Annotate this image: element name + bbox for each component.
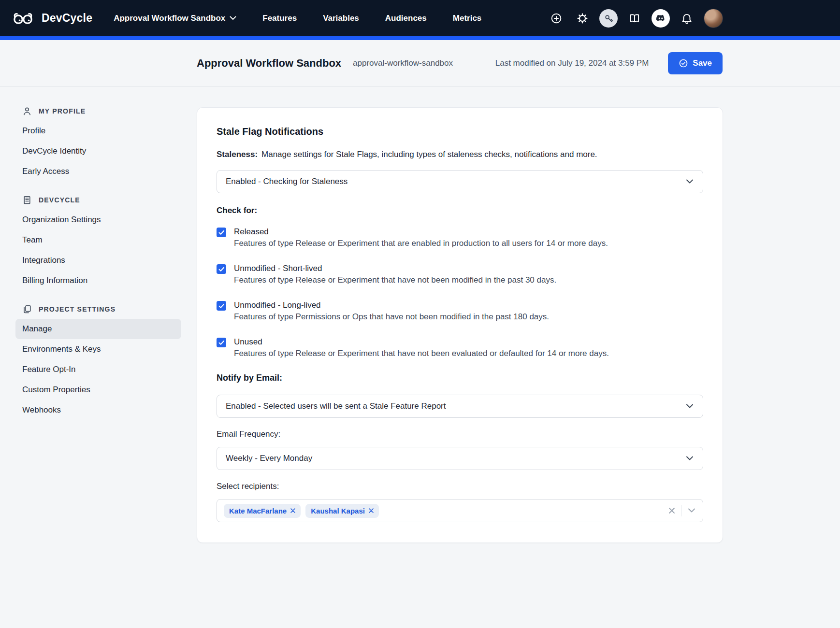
unmodified-long-lived-checkbox[interactable] [217, 301, 226, 311]
chevron-down-icon [685, 456, 694, 461]
sidebar-section-my-profile: MY PROFILE Profile DevCycle Identity Ear… [15, 106, 181, 182]
sidebar-item-organization-settings[interactable]: Organization Settings [15, 210, 181, 230]
chevron-down-icon[interactable] [687, 508, 696, 514]
check-description: Features of type Permissions or Ops that… [234, 311, 549, 323]
check-item-unmodified-short-lived: Unmodified - Short-lived Features of typ… [217, 263, 703, 286]
check-item-released: Released Features of type Release or Exp… [217, 226, 703, 249]
top-navbar: DevCycle Approval Workflow Sandbox Featu… [0, 0, 840, 36]
notify-by-email-label: Notify by Email: [217, 373, 703, 383]
staleness-select-value: Enabled - Checking for Staleness [226, 177, 348, 186]
recipient-name: Kaushal Kapasi [311, 507, 365, 515]
check-circle-icon [679, 58, 688, 68]
project-selector-label: Approval Workflow Sandbox [114, 14, 225, 23]
page-slug: approval-workflow-sandbox [353, 58, 453, 68]
api-key-icon[interactable] [599, 9, 618, 28]
pages-icon [22, 304, 32, 314]
nav-variables[interactable]: Variables [323, 14, 359, 23]
check-description: Features of type Release or Experiment t… [234, 348, 609, 359]
sidebar-section-project-settings: PROJECT SETTINGS Manage Environments & K… [15, 304, 181, 420]
sidebar-item-manage[interactable]: Manage [15, 319, 181, 339]
sidebar-item-devcycle-identity[interactable]: DevCycle Identity [15, 141, 181, 161]
notify-select-value: Enabled - Selected users will be sent a … [226, 401, 446, 411]
accent-bar [0, 36, 840, 40]
sidebar-item-billing-information[interactable]: Billing Information [15, 271, 181, 291]
section-title: PROJECT SETTINGS [39, 305, 116, 313]
email-frequency-select[interactable]: Weekly - Every Monday [217, 447, 703, 470]
save-button-label: Save [693, 58, 712, 68]
check-title: Unmodified - Long-lived [234, 300, 549, 311]
project-selector[interactable]: Approval Workflow Sandbox [114, 14, 236, 23]
user-avatar[interactable] [704, 9, 723, 28]
divider [681, 505, 681, 516]
save-button[interactable]: Save [668, 52, 723, 74]
recipients-multiselect[interactable]: Kate MacFarlane Kaushal Kapasi [217, 499, 703, 522]
navbar-actions [547, 9, 723, 28]
staleness-select[interactable]: Enabled - Checking for Staleness [217, 170, 703, 193]
multiselect-controls [668, 505, 696, 516]
settings-icon[interactable] [573, 9, 592, 28]
notifications-icon[interactable] [678, 9, 696, 28]
check-description: Features of type Release or Experiment t… [234, 274, 556, 286]
check-description: Features of type Release or Experiment t… [234, 238, 608, 249]
section-title: MY PROFILE [39, 107, 86, 115]
card-title: Stale Flag Notifications [217, 126, 703, 137]
section-title: DEVCYCLE [39, 196, 80, 204]
chevron-down-icon [685, 179, 694, 185]
add-icon[interactable] [547, 9, 565, 28]
chevron-down-icon [685, 403, 694, 409]
primary-nav: Features Variables Audiences Metrics [262, 14, 481, 23]
last-modified-text: Last modified on July 19, 2024 at 3:59 P… [495, 58, 649, 68]
staleness-label: Staleness: [217, 150, 258, 159]
stale-flag-notifications-card: Stale Flag Notifications Staleness:Manag… [197, 107, 723, 543]
check-for-label: Check for: [217, 206, 703, 215]
navbar-inner: DevCycle Approval Workflow Sandbox Featu… [12, 9, 723, 28]
sidebar-item-webhooks[interactable]: Webhooks [15, 400, 181, 420]
settings-sidebar: MY PROFILE Profile DevCycle Identity Ear… [0, 87, 197, 434]
released-checkbox[interactable] [217, 228, 226, 237]
remove-recipient-icon[interactable] [290, 508, 295, 513]
nav-features[interactable]: Features [262, 14, 297, 23]
docs-icon[interactable] [625, 9, 644, 28]
section-header-devcycle: DEVCYCLE [15, 195, 181, 205]
section-header-project-settings: PROJECT SETTINGS [15, 304, 181, 314]
recipient-name: Kate MacFarlane [229, 507, 287, 515]
check-title: Unmodified - Short-lived [234, 263, 556, 274]
staleness-description-text: Manage settings for Stale Flags, includi… [261, 150, 597, 159]
recipient-chip: Kaushal Kapasi [305, 504, 379, 518]
nav-audiences[interactable]: Audiences [385, 14, 427, 23]
discord-icon[interactable] [652, 9, 670, 28]
check-item-unmodified-long-lived: Unmodified - Long-lived Features of type… [217, 300, 703, 323]
page-header-inner: Approval Workflow Sandbox approval-workf… [197, 40, 723, 86]
check-title: Unused [234, 336, 609, 348]
sidebar-item-custom-properties[interactable]: Custom Properties [15, 380, 181, 400]
check-item-unused: Unused Features of type Release or Exper… [217, 336, 703, 359]
select-recipients-label: Select recipients: [217, 482, 703, 491]
sidebar-section-devcycle: DEVCYCLE Organization Settings Team Inte… [15, 195, 181, 291]
page-title: Approval Workflow Sandbox [197, 57, 341, 70]
devcycle-goggles-icon [12, 11, 37, 26]
sidebar-item-profile[interactable]: Profile [15, 121, 181, 141]
unmodified-short-lived-checkbox[interactable] [217, 264, 226, 274]
sidebar-item-feature-opt-in[interactable]: Feature Opt-In [15, 359, 181, 380]
notify-by-email-select[interactable]: Enabled - Selected users will be sent a … [217, 395, 703, 418]
sidebar-item-early-access[interactable]: Early Access [15, 161, 181, 182]
unused-checkbox[interactable] [217, 338, 226, 347]
nav-metrics[interactable]: Metrics [453, 14, 482, 23]
sidebar-item-environments-keys[interactable]: Environments & Keys [15, 339, 181, 359]
page-header: Approval Workflow Sandbox approval-workf… [0, 40, 840, 87]
staleness-description: Staleness:Manage settings for Stale Flag… [217, 150, 703, 159]
chevron-down-icon [230, 16, 236, 20]
main-content: Stale Flag Notifications Staleness:Manag… [197, 87, 723, 543]
section-header-my-profile: MY PROFILE [15, 106, 181, 116]
clear-recipients-icon[interactable] [668, 507, 675, 514]
person-icon [22, 106, 32, 116]
sidebar-item-team[interactable]: Team [15, 230, 181, 250]
building-icon [22, 195, 32, 205]
app-body: MY PROFILE Profile DevCycle Identity Ear… [0, 87, 840, 543]
remove-recipient-icon[interactable] [369, 508, 374, 513]
brand-name: DevCycle [42, 12, 92, 25]
recipient-chip: Kate MacFarlane [224, 504, 301, 518]
sidebar-item-integrations[interactable]: Integrations [15, 250, 181, 271]
devcycle-logo[interactable]: DevCycle [12, 11, 92, 26]
email-frequency-label: Email Frequency: [217, 429, 703, 439]
